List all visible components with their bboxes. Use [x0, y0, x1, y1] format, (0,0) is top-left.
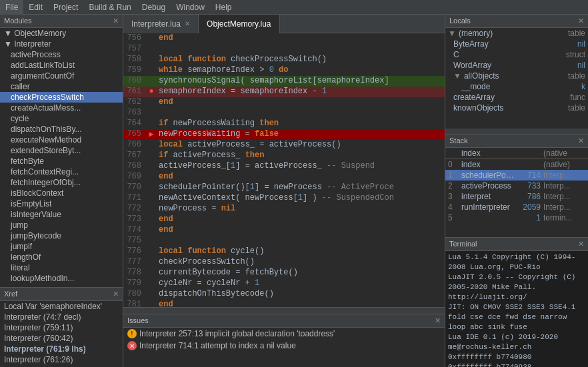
module-item[interactable]: addLastLinkToList	[0, 60, 123, 71]
xref-item[interactable]: Interpreter (74:7 decl)	[0, 312, 123, 322]
stack-line-num: 714	[517, 171, 541, 180]
module-item[interactable]: isEmptyList	[0, 198, 123, 209]
module-item[interactable]: activeProcess	[0, 49, 123, 60]
terminal-line: 0xffffffff b7740980	[448, 352, 585, 362]
tab-close-icon[interactable]: ✕	[185, 20, 190, 27]
code-line: 756end	[123, 33, 445, 44]
issue-item[interactable]: !Interpreter 257:13 implicit global decl…	[123, 328, 445, 340]
code-scroll[interactable]: 756end757758local function checkProcessS…	[123, 33, 445, 307]
module-item[interactable]: ▼ ObjectMemory	[0, 28, 123, 39]
stack-file: termin...	[543, 213, 572, 222]
modules-close-icon[interactable]: ✕	[113, 17, 119, 25]
line-number: 780	[123, 289, 147, 300]
issues-title: Issues	[127, 316, 149, 325]
menu-build-run[interactable]: Build & Run	[83, 0, 136, 15]
line-marker	[147, 193, 156, 204]
stack-row[interactable]: 1schedulerPointer714Interp...	[445, 170, 588, 181]
terminal-line: Lua 5.1.4 Copyright (C) 1994-2008 Lua.or…	[448, 252, 585, 272]
xref-item[interactable]: Interpreter (759:11)	[0, 322, 123, 333]
module-item[interactable]: isIntegerValue	[0, 209, 123, 220]
module-item[interactable]: isBlockContext	[0, 188, 123, 198]
stack-line-num: 733	[517, 181, 541, 190]
editor-tab[interactable]: ObjectMemory.lua	[199, 15, 279, 33]
line-content: currentBytecode = fetchByte()	[156, 268, 298, 278]
tab-bar: Interpreter.lua ✕ObjectMemory.lua	[123, 15, 445, 33]
xref-item[interactable]: Interpreter (761:26)	[0, 354, 123, 365]
stack-row[interactable]: 3interpret786Interp...	[445, 191, 588, 202]
module-item[interactable]: createActualMess...	[0, 103, 123, 113]
module-item[interactable]: caller	[0, 81, 123, 92]
modules-section: Modules ✕ ▼ ObjectMemory▼ Interpreteract…	[0, 15, 123, 287]
module-item[interactable]: jumpBytecode	[0, 230, 123, 241]
code-line: 764 if newProcessWaiting then	[123, 119, 445, 129]
local-value: k	[581, 82, 585, 91]
module-item[interactable]: cycle	[0, 113, 123, 124]
module-item[interactable]: dispatchOnThisBy...	[0, 124, 123, 135]
local-name: allObjects	[464, 71, 565, 81]
module-item[interactable]: fetchIntegerOfObj...	[0, 177, 123, 188]
xref-item[interactable]: Interpreter (761:9 lhs)	[0, 344, 123, 354]
code-line: 774end	[123, 225, 445, 236]
line-content: end	[156, 33, 173, 44]
module-item[interactable]: fetchContextRegi...	[0, 167, 123, 177]
code-line: 775	[123, 236, 445, 246]
module-item[interactable]: lengthOf	[0, 252, 123, 262]
line-number: 781	[123, 300, 147, 307]
line-marker	[147, 225, 156, 236]
locals-close-icon[interactable]: ✕	[578, 17, 584, 25]
line-content: if newProcessWaiting then	[156, 119, 279, 129]
code-editor[interactable]: 756end757758local function checkProcessS…	[123, 33, 445, 307]
local-row: __modek	[445, 81, 588, 92]
line-number: 760	[123, 76, 147, 87]
editor-tab[interactable]: Interpreter.lua ✕	[123, 15, 199, 33]
issues-close-icon[interactable]: ✕	[435, 316, 441, 325]
xref-item[interactable]: Interpreter (760:42)	[0, 333, 123, 344]
line-marker	[147, 236, 156, 246]
line-number: 763	[123, 108, 147, 119]
code-line: 758local function checkProcessSwitch()	[123, 55, 445, 65]
locals-scrollbar[interactable]	[445, 129, 588, 134]
menu-help[interactable]: Help	[210, 0, 237, 15]
h-scrollbar[interactable]	[123, 307, 445, 314]
menu-project[interactable]: Project	[48, 0, 83, 15]
local-name: ByteArray	[453, 39, 575, 49]
module-item[interactable]: extendedStoreByt...	[0, 145, 123, 156]
issue-item[interactable]: ✕Interpreter 714:1 attempt to index a ni…	[123, 340, 445, 352]
menu-edit[interactable]: Edit	[23, 0, 48, 15]
stack-row[interactable]: 0index(native)	[445, 159, 588, 170]
locals-tree: ▼ (memory)tableByteArraynilCstructWordAr…	[445, 28, 588, 129]
module-item[interactable]: jumpif	[0, 241, 123, 252]
xref-title: Xref	[4, 290, 17, 298]
center-panel: Interpreter.lua ✕ObjectMemory.lua 756end…	[123, 15, 445, 367]
module-item[interactable]: literal	[0, 262, 123, 273]
stack-row[interactable]: 2activeProcess733Interp...	[445, 181, 588, 191]
modules-title: Modules	[4, 17, 32, 25]
module-item[interactable]: fetchByte	[0, 156, 123, 167]
xref-close-icon[interactable]: ✕	[113, 290, 119, 298]
module-item[interactable]: argumentCountOf	[0, 71, 123, 81]
tree-expand-icon[interactable]: ▼	[448, 29, 456, 38]
menu-file[interactable]: File	[0, 0, 23, 15]
module-item[interactable]: jump	[0, 220, 123, 230]
locals-header: Locals ✕	[445, 15, 588, 28]
menu-window[interactable]: Window	[171, 0, 210, 15]
line-content: schedulerPointer()[1] = newProcess -- Ac…	[156, 183, 394, 193]
code-line: 770 schedulerPointer()[1] = newProcess -…	[123, 183, 445, 193]
code-line: 760 synchronousSignal( semaphoreList[sem…	[123, 76, 445, 87]
tree-expand-icon[interactable]: ▼	[453, 71, 461, 81]
stack-row[interactable]: 51termin...	[445, 212, 588, 223]
terminal-close-icon[interactable]: ✕	[578, 240, 584, 248]
terminal-title: Terminal	[449, 240, 477, 248]
col-header-name: index	[461, 149, 515, 158]
stack-row[interactable]: 4runInterpreter2059Interp...	[445, 202, 588, 212]
code-line: 777 checkProcessSwitch()	[123, 257, 445, 268]
line-marker	[147, 140, 156, 151]
module-item[interactable]: lookupMethodIn...	[0, 273, 123, 284]
module-item[interactable]: ▼ Interpreter	[0, 39, 123, 49]
module-item[interactable]: checkProcessSwitch	[0, 92, 123, 103]
menu-debug[interactable]: Debug	[137, 0, 171, 15]
line-content: end	[156, 300, 173, 307]
code-line: 765▶ newProcessWaiting = false	[123, 129, 445, 140]
module-item[interactable]: executeNewMethod	[0, 135, 123, 145]
stack-close-icon[interactable]: ✕	[578, 137, 584, 145]
